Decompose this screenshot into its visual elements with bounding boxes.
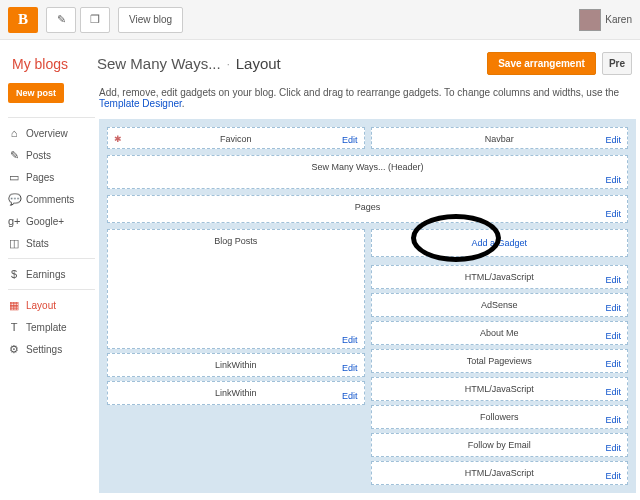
edit-link[interactable]: Edit bbox=[605, 471, 621, 481]
sidebar-item-layout[interactable]: ▦Layout bbox=[8, 294, 95, 316]
username-label: Karen bbox=[605, 14, 632, 25]
save-arrangement-button[interactable]: Save arrangement bbox=[487, 52, 596, 75]
nav-label: Earnings bbox=[26, 269, 65, 280]
view-blog-button[interactable]: View blog bbox=[118, 7, 183, 33]
sidebar: New post ⌂Overview✎Posts▭Pages💬Commentsg… bbox=[0, 83, 95, 493]
nav-icon: ⌂ bbox=[8, 127, 20, 139]
sidebar-item-posts[interactable]: ✎Posts bbox=[8, 144, 95, 166]
nav-label: Pages bbox=[26, 172, 54, 183]
nav-label: Settings bbox=[26, 344, 62, 355]
gadget-widget[interactable]: About MeEdit bbox=[371, 321, 629, 345]
nav-label: Google+ bbox=[26, 216, 64, 227]
docs-icon: ❐ bbox=[90, 13, 100, 26]
edit-link[interactable]: Edit bbox=[342, 363, 358, 373]
favicon-widget[interactable]: ✱ Favicon Edit bbox=[107, 127, 365, 149]
nav-label: Stats bbox=[26, 238, 49, 249]
sidebar-item-pages[interactable]: ▭Pages bbox=[8, 166, 95, 188]
edit-link[interactable]: Edit bbox=[605, 415, 621, 425]
edit-link[interactable]: Edit bbox=[605, 443, 621, 453]
separator: · bbox=[227, 58, 230, 70]
edit-link[interactable]: Edit bbox=[605, 303, 621, 313]
header-widget[interactable]: Sew Many Ways... (Header) Edit bbox=[107, 155, 628, 189]
sidebar-item-earnings[interactable]: $Earnings bbox=[8, 263, 95, 285]
gadget-widget[interactable]: HTML/JavaScriptEdit bbox=[371, 265, 629, 289]
sidebar-item-overview[interactable]: ⌂Overview bbox=[8, 122, 95, 144]
nav-label: Layout bbox=[26, 300, 56, 311]
blog-title: Sew Many Ways... bbox=[97, 55, 221, 72]
edit-link[interactable]: Edit bbox=[605, 135, 621, 145]
template-designer-link[interactable]: Template Designer bbox=[99, 98, 182, 109]
sidebar-item-stats[interactable]: ◫Stats bbox=[8, 232, 95, 254]
gadget-widget[interactable]: Follow by EmailEdit bbox=[371, 433, 629, 457]
edit-link[interactable]: Edit bbox=[342, 135, 358, 145]
gadget-widget[interactable]: AdSenseEdit bbox=[371, 293, 629, 317]
nav-icon: ⚙ bbox=[8, 343, 20, 356]
blogger-logo[interactable]: B bbox=[8, 7, 38, 33]
gadget-widget[interactable]: HTML/JavaScriptEdit bbox=[371, 377, 629, 401]
nav-icon: $ bbox=[8, 268, 20, 280]
linkwithin-widget[interactable]: LinkWithin Edit bbox=[107, 353, 365, 377]
posts-list-button[interactable]: ❐ bbox=[80, 7, 110, 33]
nav-icon: g+ bbox=[8, 215, 20, 227]
navbar-widget[interactable]: Navbar Edit bbox=[371, 127, 629, 149]
nav-label: Template bbox=[26, 322, 67, 333]
nav-label: Overview bbox=[26, 128, 68, 139]
pages-widget[interactable]: Pages Edit bbox=[107, 195, 628, 223]
linkwithin-widget[interactable]: LinkWithin Edit bbox=[107, 381, 365, 405]
edit-link[interactable]: Edit bbox=[605, 209, 621, 219]
avatar[interactable] bbox=[579, 9, 601, 31]
blog-posts-widget[interactable]: Blog Posts Edit bbox=[107, 229, 365, 349]
nav-icon: 💬 bbox=[8, 193, 20, 206]
nav-label: Comments bbox=[26, 194, 74, 205]
layout-canvas: ✱ Favicon Edit Navbar Edit Sew Many Ways… bbox=[99, 119, 636, 493]
edit-link[interactable]: Edit bbox=[342, 391, 358, 401]
preview-button[interactable]: Pre bbox=[602, 52, 632, 75]
sidebar-item-comments[interactable]: 💬Comments bbox=[8, 188, 95, 210]
gadget-widget[interactable]: Total PageviewsEdit bbox=[371, 349, 629, 373]
nav-icon: ▦ bbox=[8, 299, 20, 312]
pencil-icon: ✎ bbox=[57, 13, 66, 26]
edit-link[interactable]: Edit bbox=[605, 275, 621, 285]
edit-link[interactable]: Edit bbox=[605, 359, 621, 369]
nav-icon: T bbox=[8, 321, 20, 333]
sidebar-item-google[interactable]: g+Google+ bbox=[8, 210, 95, 232]
gadget-widget[interactable]: FollowersEdit bbox=[371, 405, 629, 429]
nav-icon: ◫ bbox=[8, 237, 20, 250]
section-title: Layout bbox=[236, 55, 281, 72]
edit-link[interactable]: Edit bbox=[605, 331, 621, 341]
edit-link[interactable]: Edit bbox=[342, 335, 358, 345]
sidebar-item-template[interactable]: TTemplate bbox=[8, 316, 95, 338]
gadget-widget[interactable]: HTML/JavaScriptEdit bbox=[371, 461, 629, 485]
nav-icon: ▭ bbox=[8, 171, 20, 184]
my-blogs-link[interactable]: My blogs bbox=[12, 56, 97, 72]
add-gadget-button[interactable]: Add a Gadget bbox=[371, 229, 629, 257]
pencil-button[interactable]: ✎ bbox=[46, 7, 76, 33]
sidebar-item-settings[interactable]: ⚙Settings bbox=[8, 338, 95, 360]
edit-link[interactable]: Edit bbox=[605, 175, 621, 185]
instructions: Add, remove, edit gadgets on your blog. … bbox=[99, 87, 636, 109]
nav-icon: ✎ bbox=[8, 149, 20, 162]
edit-link[interactable]: Edit bbox=[605, 387, 621, 397]
favicon-icon: ✱ bbox=[114, 134, 122, 144]
new-post-button[interactable]: New post bbox=[8, 83, 64, 103]
nav-label: Posts bbox=[26, 150, 51, 161]
